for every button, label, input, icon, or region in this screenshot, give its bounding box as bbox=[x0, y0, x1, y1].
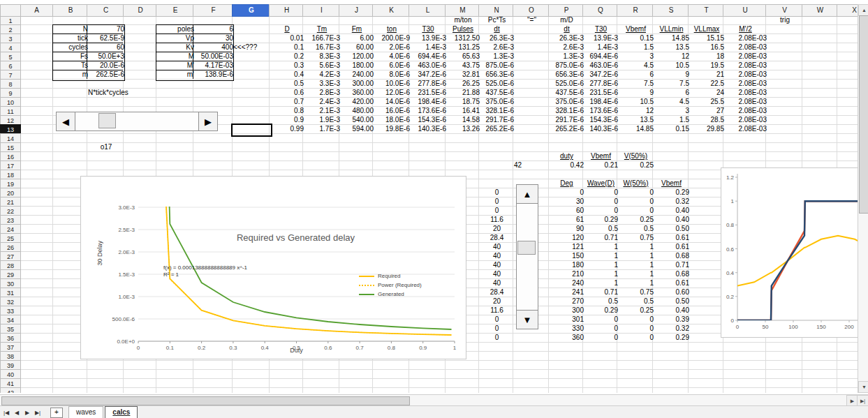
cell-S9[interactable]: 6 bbox=[652, 88, 691, 97]
column-header-E[interactable]: E bbox=[156, 4, 195, 17]
cell-C15[interactable]: o17 bbox=[87, 142, 126, 151]
cell-H6[interactable]: 0.3 bbox=[269, 61, 305, 70]
column-header-Q[interactable]: Q bbox=[582, 4, 619, 17]
cell-K11[interactable]: 16.0E-6 bbox=[372, 106, 411, 115]
sheet-nav-prev-button[interactable]: ◀ bbox=[13, 410, 21, 416]
cell-K2[interactable]: ton bbox=[372, 24, 411, 33]
cell-R9[interactable]: 9 bbox=[617, 88, 655, 97]
cell-T6[interactable]: 19.5 bbox=[688, 61, 726, 70]
cell-H7[interactable]: 0.4 bbox=[269, 70, 305, 79]
cell-L13[interactable]: 140.3E-6 bbox=[409, 124, 448, 133]
wave-spinner[interactable]: ▲▼ bbox=[516, 184, 538, 329]
column-header-M[interactable]: M bbox=[445, 4, 480, 17]
scroll-right-button[interactable]: ▶ bbox=[198, 112, 218, 131]
cell-T2[interactable]: VLLmax bbox=[688, 24, 726, 33]
cell-R4[interactable]: 1.5 bbox=[617, 43, 655, 52]
select-all-corner[interactable] bbox=[0, 4, 21, 17]
chart-required-vs-generated-delay[interactable]: 00.10.20.30.40.50.60.70.80.910.0E+0500.0… bbox=[80, 176, 466, 359]
cell-Q36[interactable]: 0 bbox=[582, 333, 619, 342]
cell-P31[interactable]: 241 bbox=[548, 288, 585, 297]
cell-S5[interactable]: 12 bbox=[652, 52, 691, 61]
cell-I2[interactable]: Tm bbox=[302, 24, 341, 33]
cell-H4[interactable]: 0.1 bbox=[269, 43, 305, 52]
cell-R23[interactable]: 0.25 bbox=[617, 215, 655, 224]
cell-R8[interactable]: 7.5 bbox=[617, 79, 655, 88]
cell-P33[interactable]: 300 bbox=[548, 306, 585, 315]
cell-R7[interactable]: 6 bbox=[617, 70, 655, 79]
cell-N22[interactable]: 0 bbox=[478, 206, 515, 215]
cell-S8[interactable]: 7.5 bbox=[652, 79, 691, 88]
cell-E3[interactable]: Vp bbox=[156, 33, 196, 43]
row-header-42[interactable]: 42 bbox=[0, 387, 21, 393]
cell-P36[interactable]: 360 bbox=[548, 333, 585, 342]
cell-F2[interactable]: 6 bbox=[193, 24, 235, 33]
cell-N9[interactable]: 437.5E-6 bbox=[478, 88, 515, 97]
cell-R20[interactable]: 0 bbox=[617, 188, 655, 197]
cell-G4[interactable]: <<<??? bbox=[232, 43, 272, 52]
cell-P20[interactable]: 0 bbox=[548, 188, 585, 197]
cell-S2[interactable]: VLLmin bbox=[652, 24, 691, 33]
cell-I12[interactable]: 1.9E-3 bbox=[302, 115, 341, 124]
cell-U7[interactable]: 2.08E-03 bbox=[723, 70, 768, 79]
cell-R12[interactable]: 13.5 bbox=[617, 115, 655, 124]
cell-U10[interactable]: 2.08E-03 bbox=[723, 97, 768, 106]
cell-Q3[interactable]: 13.9E-3 bbox=[582, 33, 619, 43]
cell-J9[interactable]: 360.00 bbox=[339, 88, 375, 97]
cell-M11[interactable]: 16.41 bbox=[445, 106, 481, 115]
cell-P6[interactable]: 875.0E-6 bbox=[548, 61, 585, 70]
cell-P4[interactable]: 2.6E-3 bbox=[548, 43, 585, 52]
cell-Q25[interactable]: 0.71 bbox=[582, 233, 619, 242]
cell-Q9[interactable]: 231.5E-6 bbox=[582, 88, 619, 97]
cell-S26[interactable]: 0.61 bbox=[652, 242, 691, 251]
cell-B3[interactable]: tick bbox=[52, 33, 89, 43]
cell-P12[interactable]: 291.7E-6 bbox=[548, 115, 585, 124]
cell-M13[interactable]: 13.26 bbox=[445, 124, 481, 133]
cell-Q5[interactable]: 694.4E-6 bbox=[582, 52, 619, 61]
cell-J3[interactable]: 6.00 bbox=[339, 33, 375, 43]
cell-P13[interactable]: 265.2E-6 bbox=[548, 124, 585, 133]
cell-B5[interactable]: Fs bbox=[52, 52, 89, 61]
cell-N20[interactable]: 0 bbox=[478, 188, 515, 197]
cell-Q26[interactable]: 1 bbox=[582, 242, 619, 251]
cell-K7[interactable]: 8.0E-6 bbox=[372, 70, 411, 79]
cell-N32[interactable]: 20 bbox=[478, 297, 515, 306]
cell-H3[interactable]: 0.01 bbox=[269, 33, 305, 43]
cell-C9[interactable]: N*tick*cycles bbox=[87, 88, 126, 97]
cell-Q6[interactable]: 463.0E-6 bbox=[582, 61, 619, 70]
cell-Q11[interactable]: 173.6E-6 bbox=[582, 106, 619, 115]
column-header-K[interactable]: K bbox=[372, 4, 411, 17]
cell-T3[interactable]: 15.15 bbox=[688, 33, 726, 43]
cell-P17[interactable]: 0.42 bbox=[548, 161, 585, 170]
cell-C3[interactable]: 62.5E-9 bbox=[87, 33, 126, 43]
cell-P25[interactable]: 120 bbox=[548, 233, 585, 242]
cell-L9[interactable]: 231.5E-6 bbox=[409, 88, 448, 97]
cell-N7[interactable]: 656.3E-6 bbox=[478, 70, 515, 79]
cell-Q31[interactable]: 0.71 bbox=[582, 288, 619, 297]
cell-R28[interactable]: 1 bbox=[617, 260, 655, 269]
spin-thumb[interactable] bbox=[517, 241, 536, 255]
cell-I13[interactable]: 1.7E-3 bbox=[302, 124, 341, 133]
cell-S36[interactable]: 0.29 bbox=[652, 333, 691, 342]
cell-H8[interactable]: 0.5 bbox=[269, 79, 305, 88]
column-header-J[interactable]: J bbox=[339, 4, 374, 17]
cell-S35[interactable]: 0.32 bbox=[652, 324, 691, 333]
column-header-W[interactable]: W bbox=[802, 4, 839, 17]
cell-S27[interactable]: 0.68 bbox=[652, 251, 691, 260]
cell-K12[interactable]: 18.0E-6 bbox=[372, 115, 411, 124]
cell-P5[interactable]: 1.3E-3 bbox=[548, 52, 585, 61]
cell-Q17[interactable]: 0.21 bbox=[582, 161, 619, 170]
cell-N23[interactable]: 11.6 bbox=[478, 215, 515, 224]
cell-N28[interactable]: 40 bbox=[478, 260, 515, 269]
cell-N35[interactable]: 0 bbox=[478, 324, 515, 333]
cell-S21[interactable]: 0.32 bbox=[652, 197, 691, 206]
cell-U9[interactable]: 2.08E-03 bbox=[723, 88, 768, 97]
cell-J6[interactable]: 180.00 bbox=[339, 61, 375, 70]
cell-T13[interactable]: 29.85 bbox=[688, 124, 726, 133]
cell-M3[interactable]: 1312.50 bbox=[445, 33, 481, 43]
cell-S28[interactable]: 0.71 bbox=[652, 260, 691, 269]
cell-N36[interactable]: 0 bbox=[478, 333, 515, 342]
cell-Q16[interactable]: Vbemf bbox=[582, 151, 619, 161]
cell-M10[interactable]: 18.75 bbox=[445, 97, 481, 106]
cell-B2[interactable]: N bbox=[52, 24, 89, 33]
scroll-up-button[interactable]: ▲ bbox=[858, 4, 868, 16]
